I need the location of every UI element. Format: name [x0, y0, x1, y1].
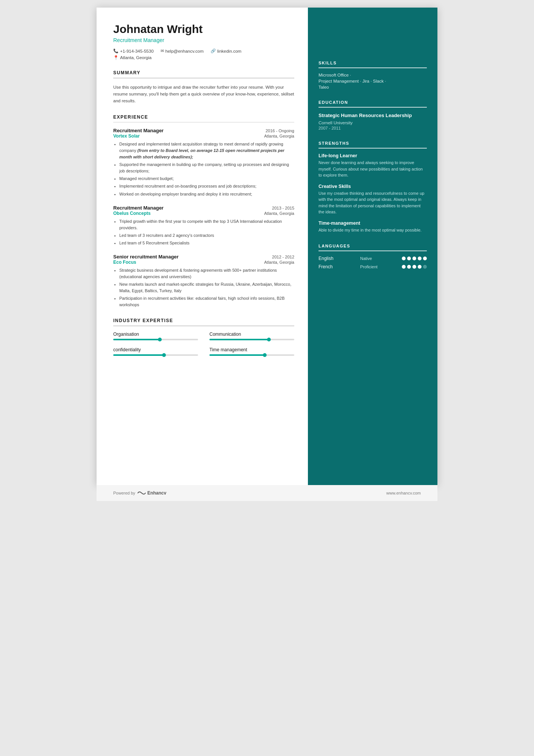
job-company-1: Vortex Solar	[113, 133, 140, 139]
location-text: Atlanta, Georgia	[120, 55, 151, 60]
bullet-item: Managed recruitment budget;	[119, 175, 294, 182]
location-icon: 📍	[113, 55, 119, 60]
enhancv-logo: Enhancv	[137, 490, 166, 496]
candidate-title: Recruitment Manager	[113, 37, 294, 43]
language-french: French Proficient	[319, 264, 427, 269]
lang-dots-french	[402, 265, 427, 269]
edu-school: Cornell University	[319, 121, 427, 125]
bullet-item: Participation in recruitment activities …	[119, 295, 294, 308]
email-contact: ✉ help@enhancv.com	[161, 49, 204, 53]
website-url: linkedin.com	[217, 49, 242, 53]
language-english: English Native	[319, 256, 427, 261]
strength-name-3: Time-management	[319, 221, 427, 226]
link-icon: 🔗	[211, 49, 216, 53]
education-divider	[319, 107, 427, 108]
expertise-label-confidentiality: confidentiality	[113, 347, 198, 352]
lang-dot	[418, 257, 422, 260]
job-role-3: Senior recruitment Manager	[113, 254, 179, 260]
languages-section: LANGUAGES English Native French Profi	[319, 244, 427, 269]
expertise-item-confidentiality: confidentiality	[113, 347, 198, 356]
expertise-dot-communication	[267, 338, 271, 341]
skills-divider	[319, 67, 427, 68]
bullet-item: Designed and implemented talent acquisit…	[119, 141, 294, 160]
job-location-3: Atlanta, Georgia	[264, 260, 295, 265]
job-dates-2: 2013 - 2015	[272, 206, 294, 210]
expertise-fill-time	[209, 354, 265, 356]
bullet-item: Tripled growth within the first year to …	[119, 218, 294, 231]
lang-name-french: French	[319, 264, 345, 269]
strength-desc-3: Able to divide my time in the most optim…	[319, 227, 427, 233]
expertise-fill-organisation	[113, 339, 160, 340]
bullet-item: Worked on developing employer branding a…	[119, 191, 294, 197]
expertise-item-time: Time management	[209, 347, 294, 356]
strength-name-2: Creative Skills	[319, 184, 427, 189]
summary-section: SUMMARY Use this opportunity to intrigue…	[113, 70, 294, 105]
job-item-1: Recruitment Manager 2016 - Ongoing Vorte…	[113, 128, 294, 197]
brand-name: Enhancv	[147, 490, 166, 496]
job-bullets-2: Tripled growth within the first year to …	[113, 218, 294, 246]
expertise-label-time: Time management	[209, 347, 294, 352]
phone-contact: 📞 +1-914-345-5530	[113, 49, 154, 53]
bullet-item: Supported the management in building up …	[119, 161, 294, 174]
expertise-label-communication: Communication	[209, 332, 294, 337]
job-company-3: Eco Focus	[113, 260, 136, 265]
expertise-divider	[113, 326, 294, 326]
right-column: SKILLS Microsoft Office · Project Manage…	[308, 8, 437, 485]
skill-item-3: Taleo	[319, 85, 427, 89]
job-bullets-1: Designed and implemented talent acquisit…	[113, 141, 294, 197]
skill-item-2: Project Management · Jira · Slack ·	[319, 79, 427, 83]
bullet-item: New markets launch and market-specific s…	[119, 281, 294, 294]
expertise-dot-time	[263, 353, 267, 357]
job-item-3: Senior recruitment Manager 2012 - 2012 E…	[113, 254, 294, 308]
expertise-fill-communication	[209, 339, 269, 340]
website-contact: 🔗 linkedin.com	[211, 49, 242, 53]
lang-dot	[423, 265, 427, 269]
job-company-2: Obelus Concepts	[113, 211, 151, 216]
job-role-2: Recruitment Manager	[113, 205, 164, 211]
phone-icon: 📞	[113, 49, 119, 53]
contact-row: 📞 +1-914-345-5530 ✉ help@enhancv.com 🔗 l…	[113, 49, 294, 53]
summary-divider	[113, 78, 294, 78]
education-title: EDUCATION	[319, 100, 427, 105]
lang-level-french: Proficient	[360, 265, 387, 269]
bullet-item: Implemented recruitment and on-boarding …	[119, 183, 294, 189]
bullet-item: Strategic business development & fosteri…	[119, 267, 294, 280]
strength-item-3: Time-management Able to divide my time i…	[319, 221, 427, 233]
powered-by-text: Powered by	[113, 491, 135, 495]
job-bullets-3: Strategic business development & fosteri…	[113, 267, 294, 308]
expertise-bar-confidentiality	[113, 354, 198, 356]
lang-dot	[407, 265, 411, 269]
summary-title: SUMMARY	[113, 70, 294, 75]
logo-icon	[137, 490, 146, 496]
lang-dot	[423, 257, 427, 260]
job-role-1: Recruitment Manager	[113, 128, 164, 133]
summary-text: Use this opportunity to intrigue and dra…	[113, 84, 294, 105]
strength-item-1: Life-long Learner Never done learning an…	[319, 153, 427, 178]
languages-divider	[319, 250, 427, 251]
expertise-label-organisation: Organisation	[113, 332, 198, 337]
expertise-item-organisation: Organisation	[113, 332, 198, 340]
experience-title: EXPERIENCE	[113, 114, 294, 120]
expertise-item-communication: Communication	[209, 332, 294, 340]
phone-number: +1-914-345-5530	[120, 49, 154, 53]
expertise-grid: Organisation Communication	[113, 332, 294, 356]
job-item-2: Recruitment Manager 2013 - 2015 Obelus C…	[113, 205, 294, 246]
strengths-title: STRENGTHS	[319, 141, 427, 146]
strength-desc-1: Never done learning and always seeking t…	[319, 160, 427, 178]
strengths-section: STRENGTHS Life-long Learner Never done l…	[319, 141, 427, 233]
left-column: Johnatan Wright Recruitment Manager 📞 +1…	[97, 8, 308, 485]
lang-dot	[402, 265, 406, 269]
education-section: EDUCATION Strategic Human Resources Lead…	[319, 100, 427, 130]
resume-footer: Powered by Enhancv www.enhancv.com	[97, 485, 437, 501]
skill-item-1: Microsoft Office ·	[319, 73, 427, 77]
location-row: 📍 Atlanta, Georgia	[113, 55, 294, 60]
strength-name-1: Life-long Learner	[319, 153, 427, 158]
bullet-item: Led team of 3 recruiters and 2 agency's …	[119, 232, 294, 239]
job-dates-1: 2016 - Ongoing	[265, 128, 294, 133]
expertise-fill-confidentiality	[113, 354, 164, 356]
bullet-item: Led team of 5 Recruitment Specialists	[119, 240, 294, 246]
job-location-2: Atlanta, Georgia	[264, 211, 295, 216]
expertise-dot-organisation	[158, 338, 162, 341]
skills-section: SKILLS Microsoft Office · Project Manage…	[319, 61, 427, 89]
email-address: help@enhancv.com	[166, 49, 204, 53]
